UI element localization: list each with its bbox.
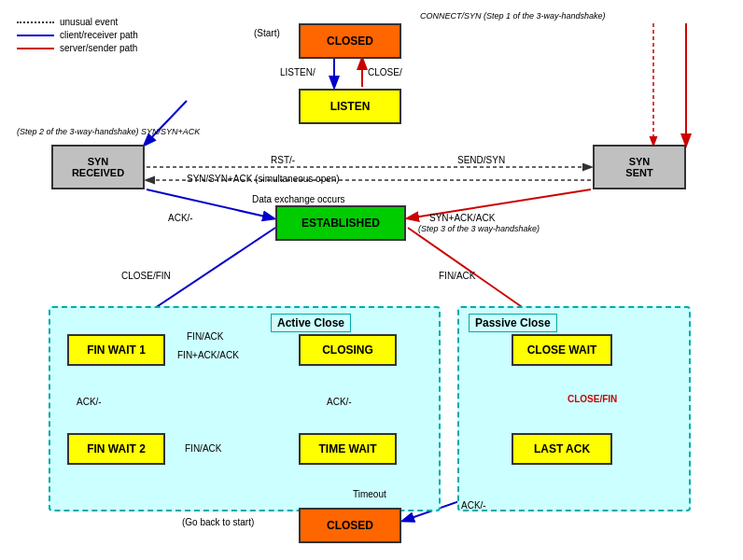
- label-close: CLOSE/: [368, 67, 402, 77]
- state-closed-bottom: CLOSED: [299, 508, 401, 543]
- label-syn-syn-ack: SYN/SYN+ACK (simultaneous open): [187, 174, 340, 184]
- state-syn-received: SYN RECEIVED: [51, 145, 145, 189]
- state-closed-top: CLOSED: [299, 23, 401, 59]
- label-ack-finwait: ACK/-: [77, 397, 102, 407]
- state-listen: LISTEN: [299, 89, 401, 124]
- label-close-fin-passive: CLOSE/FIN: [568, 394, 617, 404]
- label-fin-ack-ack: FIN+ACK/ACK: [177, 350, 239, 360]
- label-close-fin-left: CLOSE/FIN: [121, 271, 171, 281]
- state-syn-sent: SYN SENT: [593, 145, 686, 189]
- state-fin-wait-1: FIN WAIT 1: [67, 334, 165, 366]
- state-closing: CLOSING: [299, 334, 397, 366]
- label-step2: (Step 2 of the 3-way-handshake) SYN/SYN+…: [17, 127, 200, 136]
- label-step3: (Step 3 of the 3 way-handshake): [418, 224, 540, 233]
- label-data-exchange: Data exchange occurs: [252, 194, 345, 204]
- label-ack-closing: ACK/-: [327, 397, 352, 407]
- label-listen: LISTEN/: [280, 67, 315, 77]
- state-time-wait: TIME WAIT: [299, 433, 397, 465]
- label-start: (Start): [254, 28, 280, 38]
- tcp-state-diagram: unusual event client/receiver path serve…: [0, 0, 743, 560]
- state-last-ack: LAST ACK: [512, 433, 612, 465]
- legend-unusual: unusual event: [60, 17, 118, 27]
- legend: unusual event client/receiver path serve…: [17, 17, 138, 56]
- label-fin-ack-closing: FIN/ACK: [187, 331, 223, 342]
- state-close-wait: CLOSE WAIT: [512, 334, 612, 366]
- label-active-close: Active Close: [271, 314, 351, 332]
- legend-server: server/sender path: [60, 43, 137, 53]
- label-syn-ack-ack: SYN+ACK/ACK: [429, 213, 495, 223]
- legend-client: client/receiver path: [60, 30, 138, 40]
- label-rst: RST/-: [271, 155, 295, 165]
- label-passive-close: Passive Close: [469, 314, 557, 332]
- label-go-back: (Go back to start): [182, 517, 254, 527]
- label-send-syn: SEND/SYN: [457, 155, 505, 165]
- label-ack-established: ACK/-: [168, 213, 193, 223]
- state-established: ESTABLISHED: [275, 205, 406, 241]
- label-timeout: Timeout: [353, 489, 386, 499]
- state-fin-wait-2: FIN WAIT 2: [67, 433, 165, 465]
- label-fin-ack-right: FIN/ACK: [439, 271, 475, 281]
- label-connect-syn: CONNECT/SYN (Step 1 of the 3-way-handsha…: [420, 11, 606, 21]
- label-ack-last: ACK/-: [461, 500, 486, 511]
- label-fin-ack-tw: FIN/ACK: [185, 443, 221, 454]
